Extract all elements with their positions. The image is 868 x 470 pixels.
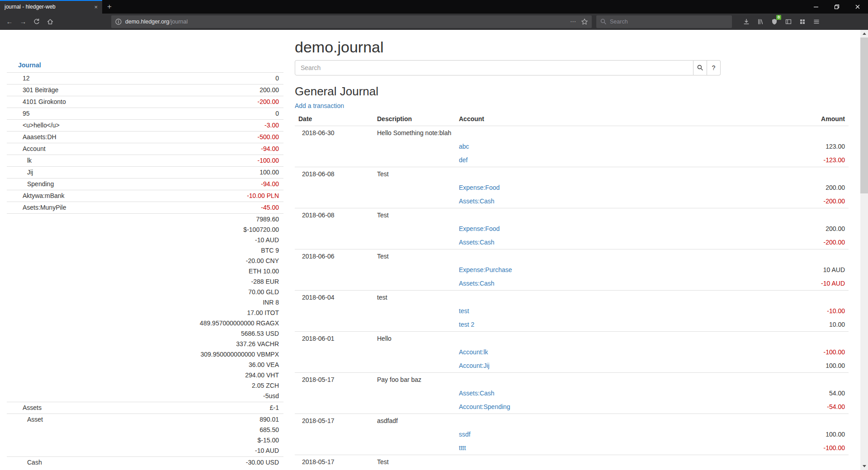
window-minimize-button[interactable] (806, 0, 826, 14)
scrollbar-thumb[interactable] (860, 38, 868, 193)
transaction-date: 2018-06-08 (295, 208, 373, 222)
posting-account-link[interactable]: test (459, 307, 469, 315)
account-balance: 685.50 (122, 425, 279, 435)
tab-close-icon[interactable]: × (94, 4, 98, 10)
posting-row: Assets:Cash-200.00 (295, 194, 849, 208)
home-button[interactable] (43, 15, 57, 28)
sidebar-account-link[interactable]: Assets (23, 403, 42, 413)
main-panel: demo.journal ? General Journal Add a tra… (283, 30, 860, 469)
sidebar-account-link[interactable]: 301 Beiträge (23, 85, 58, 95)
transaction-row: 2018-06-06Test (295, 249, 849, 263)
new-tab-button[interactable]: + (102, 0, 117, 14)
journal-search-button[interactable] (693, 60, 707, 75)
sidebar-toggle-button[interactable] (781, 15, 795, 28)
posting-account-link[interactable]: Assets:Cash (459, 239, 495, 246)
page-scrollbar[interactable] (860, 30, 868, 470)
menu-button[interactable] (809, 15, 823, 28)
scrollbar-down-arrow[interactable] (860, 462, 868, 470)
add-transaction-link[interactable]: Add a transaction (295, 102, 344, 109)
downloads-button[interactable] (739, 15, 753, 28)
navigation-toolbar: ← → demo.hledger.org/journal ⋯ Search 0 (0, 14, 868, 30)
bookmark-star-icon[interactable] (581, 18, 588, 25)
sidebar-account-link[interactable]: Asets:MunyPile (23, 202, 66, 213)
account-balance: -30.00 USD (122, 457, 279, 468)
transaction-row: 2018-06-01Hello (295, 331, 849, 345)
sidebar-account-table: 120301 Beiträge200.004101 Girokonto-200.… (7, 72, 283, 470)
account-balance: 36.00 VEA (122, 360, 279, 370)
site-info-icon[interactable] (115, 18, 122, 25)
account-balance: $-100720.00 (122, 225, 279, 235)
transaction-description: test (373, 290, 740, 304)
posting-account-link[interactable]: Assets:Cash (459, 390, 495, 397)
column-header-date: Date (295, 112, 373, 126)
sidebar-account-link[interactable]: <u>hello</u> (23, 120, 60, 131)
sidebar-journal-link[interactable]: Journal (18, 61, 41, 69)
sidebar-account-link[interactable]: Cash (23, 457, 42, 468)
transaction-row: 2018-05-17Test (295, 455, 849, 469)
posting-account-link[interactable]: Account:Spending (459, 403, 510, 410)
posting-row: Assets:Cash54.00 (295, 386, 849, 400)
browser-search-field[interactable]: Search (596, 15, 732, 28)
sidebar-account-link[interactable]: 4101 Girokonto (23, 97, 66, 107)
address-bar[interactable]: demo.hledger.org/journal ⋯ (111, 15, 592, 28)
account-balance: -94.00 (122, 144, 279, 154)
sidebar-account-link[interactable]: Asset (23, 414, 43, 425)
scrollbar-up-arrow[interactable] (860, 30, 868, 38)
account-balance: -45.00 (122, 202, 279, 213)
sidebar-account-row: Assets£-1 (7, 402, 283, 414)
transaction-date: 2018-05-17 (295, 455, 373, 469)
account-balance: -100.00 (122, 155, 279, 166)
adblock-extension-button[interactable]: 0 (767, 15, 781, 28)
posting-row: Account:lk-100.00 (295, 345, 849, 359)
library-button[interactable] (753, 15, 767, 28)
sidebar-account-link[interactable]: 95 (23, 108, 30, 119)
sidebar-account-link[interactable]: Aktywa:mBank (23, 191, 65, 201)
reload-button[interactable] (30, 15, 43, 28)
url-path: /journal (169, 19, 188, 25)
apps-grid-button[interactable] (795, 15, 809, 28)
forward-button[interactable]: → (16, 15, 30, 28)
window-restore-button[interactable] (826, 0, 847, 14)
browser-tab[interactable]: journal - hledger-web × (0, 0, 102, 14)
posting-amount: 200.00 (740, 222, 849, 235)
account-balance: 0 (122, 73, 279, 84)
sidebar-account-link[interactable]: Account (23, 144, 46, 154)
posting-account-link[interactable]: tttt (459, 444, 466, 451)
account-balance: 309.950000000000 VBMPX (122, 349, 279, 360)
transaction-date: 2018-06-04 (295, 290, 373, 304)
sidebar-account-link[interactable]: 12 (23, 73, 30, 84)
posting-account-link[interactable]: Expense:Food (459, 225, 500, 232)
search-help-button[interactable]: ? (707, 60, 721, 75)
posting-account-link[interactable]: def (459, 156, 467, 164)
posting-account-link[interactable]: abc (459, 143, 469, 150)
sidebar-account-link[interactable]: Spending (23, 179, 54, 189)
posting-amount: -123.00 (740, 153, 849, 167)
journal-search-input[interactable] (295, 60, 693, 75)
posting-row: Expense:Food200.00 (295, 181, 849, 194)
page-title: demo.journal (295, 39, 849, 56)
posting-account-link[interactable]: ssdf (459, 431, 471, 438)
window-close-button[interactable] (847, 0, 868, 14)
posting-row: def-123.00 (295, 153, 849, 167)
column-header-amount: Amount (740, 112, 849, 126)
posting-account-link[interactable]: Expense:Food (459, 184, 500, 191)
posting-account-link[interactable]: Account:lk (459, 348, 488, 356)
posting-account-link[interactable]: Assets:Cash (459, 197, 495, 205)
sidebar-account-link[interactable]: Aaasets:DH (23, 132, 57, 142)
posting-account-link[interactable]: Account:Jij (459, 362, 490, 369)
sidebar-account-link[interactable]: lk (23, 155, 32, 166)
sidebar-toggle-icon (785, 18, 792, 25)
tab-bar: journal - hledger-web × + (0, 0, 868, 14)
posting-account-link[interactable]: Assets:Cash (459, 280, 495, 287)
sidebar-account-link[interactable]: Jij (23, 167, 33, 178)
register-table: Date Description Account Amount 2018-06-… (295, 112, 849, 469)
posting-account-link[interactable]: Expense:Purchase (459, 266, 512, 273)
sidebar-account-row: Aaasets:DH-500.00 (7, 132, 283, 143)
hamburger-icon (813, 18, 820, 25)
page-actions-icon[interactable]: ⋯ (570, 18, 576, 25)
back-button[interactable]: ← (3, 15, 16, 28)
search-icon (697, 64, 703, 71)
posting-account-link[interactable]: test 2 (459, 321, 474, 328)
posting-amount: 10.00 (740, 318, 849, 332)
sidebar-account-row: lk-100.00 (7, 155, 283, 167)
